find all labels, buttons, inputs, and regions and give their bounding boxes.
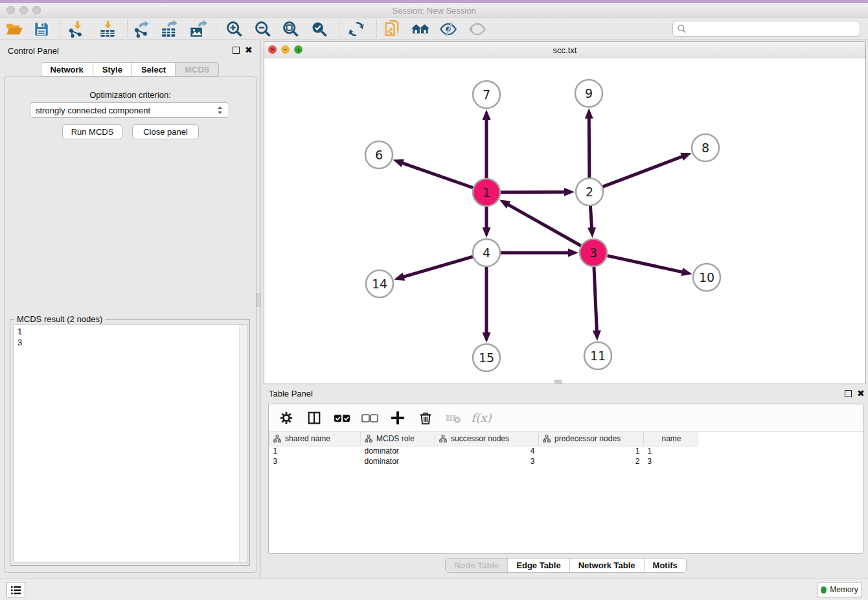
export-network-icon[interactable] [131, 19, 151, 39]
add-icon[interactable] [389, 410, 406, 426]
table-cell[interactable]: 3 [269, 456, 361, 467]
edge-1-6[interactable] [401, 163, 473, 188]
table-cell[interactable]: 1 [269, 446, 361, 456]
edge-arrowhead [593, 330, 601, 341]
close-panel-icon[interactable]: ✖ [245, 45, 253, 55]
task-history-button[interactable] [6, 582, 25, 597]
network-window-titlebar[interactable]: ✕ − ＋ scc.txt [264, 42, 865, 58]
edge-2-9[interactable] [589, 117, 589, 178]
open-session-icon[interactable] [5, 19, 24, 39]
edge-2-3[interactable] [590, 206, 591, 229]
graph-node-9[interactable]: 9 [575, 80, 602, 107]
table-cell[interactable]: 3 [435, 456, 539, 467]
clone-network-icon[interactable] [382, 19, 402, 39]
delete-icon[interactable] [417, 410, 434, 426]
tab-motifs[interactable]: Motifs [645, 559, 686, 572]
search-box[interactable] [672, 21, 860, 37]
svg-text:7: 7 [483, 87, 490, 102]
show-column-panel-icon[interactable] [306, 410, 323, 426]
hide-selected-icon[interactable] [439, 19, 458, 39]
network-canvas[interactable]: 7968124314101511 [264, 58, 865, 384]
edge-3-1[interactable] [507, 204, 580, 246]
network-window-title: scc.txt [264, 45, 865, 55]
edge-2-8[interactable] [603, 156, 684, 187]
save-session-icon[interactable] [32, 19, 51, 39]
graph-node-7[interactable]: 7 [473, 81, 500, 108]
apply-layout-icon[interactable] [347, 19, 366, 39]
table-cell[interactable]: 1 [644, 446, 698, 456]
tab-select[interactable]: Select [132, 62, 176, 76]
select-all-icon[interactable] [334, 410, 350, 426]
table-divider-handle[interactable] [554, 380, 562, 384]
float-table-panel-icon[interactable] [845, 390, 852, 397]
column-header-predecessor-nodes[interactable]: predecessor nodes [539, 432, 644, 446]
gear-icon[interactable] [278, 410, 295, 426]
graph-node-1[interactable]: 1 [473, 179, 500, 206]
edge-arrowhead [483, 227, 491, 238]
network-view-window: ✕ − ＋ scc.txt 7968124314101511 [264, 41, 866, 384]
svg-text:3: 3 [589, 246, 597, 260]
graph-node-2[interactable]: 2 [576, 178, 603, 205]
column-header-MCDS-role[interactable]: MCDS role [361, 432, 435, 446]
graph-node-3[interactable]: 3 [580, 239, 607, 266]
toolbar-separator [376, 20, 377, 38]
edge-arrowhead [681, 268, 692, 276]
table-row[interactable]: 3dominator323 [269, 456, 698, 467]
svg-text:11: 11 [590, 349, 606, 363]
tab-style[interactable]: Style [93, 62, 132, 76]
tab-mcds[interactable]: MCDS [176, 62, 219, 76]
run-mcds-button[interactable]: Run MCDS [62, 124, 122, 139]
tab-network[interactable]: Network [41, 62, 93, 76]
export-image-icon[interactable] [188, 19, 208, 39]
graph-node-10[interactable]: 10 [693, 264, 720, 291]
optimization-criterion-select[interactable]: strongly connected component [30, 102, 229, 118]
column-header-successor-nodes[interactable]: successor nodes [435, 432, 539, 446]
mcds-result-scrollbar[interactable] [239, 325, 247, 562]
zoom-fit-icon[interactable] [281, 19, 301, 39]
table-row[interactable]: 1dominator411 [269, 446, 698, 456]
table-cell[interactable]: 2 [539, 456, 644, 467]
import-table-icon[interactable] [98, 19, 117, 39]
graph-node-15[interactable]: 15 [473, 344, 500, 371]
edge-3-11[interactable] [594, 267, 597, 332]
edge-1-2[interactable] [501, 192, 566, 192]
float-panel-icon[interactable] [233, 47, 240, 54]
zoom-in-icon[interactable] [225, 19, 244, 39]
tab-node-table[interactable]: Node Table [446, 559, 508, 572]
mcds-result-textarea[interactable]: 1 3 [13, 324, 247, 562]
edge-4-14[interactable] [402, 257, 473, 277]
column-header-shared-name[interactable]: shared name [269, 432, 361, 446]
node-table-body: 1dominator4113dominator323 [269, 446, 698, 467]
mcds-result-list: 1 3 [17, 326, 22, 348]
deselect-all-icon[interactable] [361, 410, 378, 426]
table-cell[interactable]: 3 [644, 456, 698, 467]
edge-arrowhead [568, 249, 578, 257]
table-cell[interactable]: 1 [539, 446, 644, 456]
toolbar-separator [216, 20, 216, 38]
search-input[interactable] [687, 23, 860, 36]
table-cell[interactable]: dominator [361, 446, 435, 456]
column-header-name[interactable]: name [644, 432, 698, 446]
close-panel-button[interactable]: Close panel [132, 124, 199, 139]
close-table-panel-icon[interactable]: ✖ [857, 388, 865, 398]
import-network-icon[interactable] [67, 19, 86, 39]
table-cell[interactable]: 4 [435, 446, 539, 456]
tab-network-table[interactable]: Network Table [570, 559, 645, 572]
graph-node-11[interactable]: 11 [584, 342, 611, 369]
graph-node-14[interactable]: 14 [366, 270, 393, 297]
zoom-out-icon[interactable] [253, 19, 273, 39]
graph-node-6[interactable]: 6 [365, 141, 393, 168]
zoom-selected-icon[interactable] [310, 19, 329, 39]
memory-button[interactable]: Memory [817, 582, 862, 597]
edge-arrowhead [564, 188, 575, 196]
graph-node-8[interactable]: 8 [692, 134, 719, 161]
edge-3-10[interactable] [607, 256, 683, 273]
graph-node-4[interactable]: 4 [473, 239, 500, 266]
panel-divider-handle[interactable] [257, 293, 261, 307]
control-panel: Control Panel ✖ NetworkStyleSelectMCDS O… [0, 40, 260, 579]
tab-edge-table[interactable]: Edge Table [508, 559, 569, 572]
node-table[interactable]: shared nameMCDS rolesuccessor nodesprede… [269, 432, 698, 467]
first-neighbors-icon[interactable] [411, 19, 430, 39]
export-table-icon[interactable] [160, 19, 179, 39]
table-cell[interactable]: dominator [361, 456, 435, 467]
